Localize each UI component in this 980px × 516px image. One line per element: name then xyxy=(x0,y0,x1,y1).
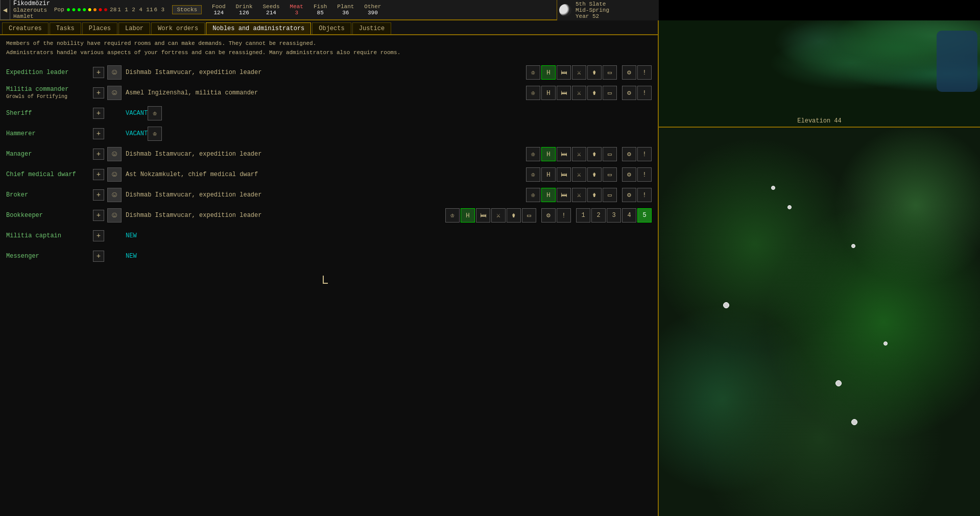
info-icon-btn-6[interactable]: ! xyxy=(637,167,652,182)
office-icon-btn-5[interactable]: ▭ xyxy=(603,147,617,161)
status-hammerer: VACANT xyxy=(126,130,148,137)
skill-icon-btn-8[interactable]: ⚙ xyxy=(541,208,556,223)
office-icon-btn-6[interactable]: ▭ xyxy=(603,167,617,182)
skill-icon-btn-2[interactable]: ⚙ xyxy=(622,86,636,100)
add-chief-medical-dwarf-button[interactable]: + xyxy=(93,169,104,180)
noble-row-militia-commander: Militia commander Growls of Fortifying +… xyxy=(6,84,652,102)
add-manager-button[interactable]: + xyxy=(93,149,104,160)
status-messenger: NEW xyxy=(126,253,137,260)
noble-row-bookkeeper: Bookkeeper + ☺ Dishmab Istamvucar, exped… xyxy=(6,206,652,225)
tab-tasks[interactable]: Tasks xyxy=(50,22,81,34)
crown-icon-btn-2[interactable]: ♔ xyxy=(526,86,540,100)
chest-icon-btn-2[interactable]: ⚱ xyxy=(587,86,602,100)
noble-title-expedition-leader: Expedition leader xyxy=(6,69,93,76)
crown-icon-btn-5[interactable]: ♔ xyxy=(526,147,540,161)
accuracy-4-btn[interactable]: 4 xyxy=(622,208,636,223)
bed-icon-btn-2[interactable]: 🛏 xyxy=(557,86,571,100)
chest-icon-btn-5[interactable]: ⚱ xyxy=(587,147,602,161)
pop-dot-3: ● xyxy=(77,6,81,14)
chest-icon-btn-1[interactable]: ⚱ xyxy=(587,65,602,80)
skill-icon-btn-1[interactable]: ⚙ xyxy=(622,65,636,80)
schedule-icon-btn-5[interactable]: H xyxy=(541,147,556,161)
dining-icon-btn-8[interactable]: ⚔ xyxy=(491,208,506,223)
crown-icon-btn-3[interactable]: ♔ xyxy=(148,106,162,120)
plant-label: Plant xyxy=(337,4,354,10)
crown-icon-btn-7[interactable]: ♔ xyxy=(526,188,540,202)
bed-icon-btn-5[interactable]: 🛏 xyxy=(557,147,571,161)
add-expedition-leader-button[interactable]: + xyxy=(93,67,104,78)
tab-work-orders[interactable]: Work orders xyxy=(151,22,205,34)
tab-places[interactable]: Places xyxy=(82,22,117,34)
meat-label: Meat xyxy=(290,4,303,10)
crown-icon-btn-1[interactable]: ♔ xyxy=(526,65,540,80)
resources-section: Food 124 Drink 126 Seeds 214 Meat 3 Fish… xyxy=(212,4,381,16)
tab-labor[interactable]: Labor xyxy=(118,22,150,34)
info-icon-btn-1[interactable]: ! xyxy=(637,65,652,80)
schedule-icon-btn-8[interactable]: H xyxy=(461,208,475,223)
dining-icon-btn-7[interactable]: ⚔ xyxy=(572,188,586,202)
location-name: Hamlet xyxy=(13,13,50,19)
plant-value: 36 xyxy=(342,10,349,16)
pop-dot-7: ● xyxy=(98,6,102,14)
chest-icon-btn-7[interactable]: ⚱ xyxy=(587,188,602,202)
map-entity-1 xyxy=(771,186,775,190)
skill-icon-btn-7[interactable]: ⚙ xyxy=(622,188,636,202)
chest-icon-btn-6[interactable]: ⚱ xyxy=(587,167,602,182)
schedule-icon-btn-6[interactable]: H xyxy=(541,167,556,182)
schedule-icon-btn-1[interactable]: H xyxy=(541,65,556,80)
office-icon-btn-1[interactable]: ▭ xyxy=(603,65,617,80)
bed-icon-btn-7[interactable]: 🛏 xyxy=(557,188,571,202)
noble-row-broker: Broker + ☺ Dishmab Istamvucar, expeditio… xyxy=(6,186,652,204)
crown-icon-btn-6[interactable]: ♔ xyxy=(526,167,540,182)
dining-icon-btn-2[interactable]: ⚔ xyxy=(572,86,586,100)
meat-resource: Meat 3 xyxy=(290,4,303,16)
add-sheriff-button[interactable]: + xyxy=(93,108,104,119)
map-entity-6 xyxy=(851,244,855,248)
dining-icon-btn-6[interactable]: ⚔ xyxy=(572,167,586,182)
bed-icon-btn-1[interactable]: 🛏 xyxy=(557,65,571,80)
add-messenger-button[interactable]: + xyxy=(93,251,104,262)
tab-justice[interactable]: Justice xyxy=(352,22,391,34)
pop-dot-5: ● xyxy=(87,6,91,14)
map-entity-3 xyxy=(723,302,729,308)
chest-icon-btn-8[interactable]: ⚱ xyxy=(507,208,521,223)
bed-icon-btn-8[interactable]: 🛏 xyxy=(476,208,490,223)
skill-icon-btn-6[interactable]: ⚙ xyxy=(622,167,636,182)
schedule-icon-btn-7[interactable]: H xyxy=(541,188,556,202)
skill-icon-btn-5[interactable]: ⚙ xyxy=(622,147,636,161)
accuracy-2-btn[interactable]: 2 xyxy=(591,208,606,223)
crown-icon-btn-4[interactable]: ♔ xyxy=(148,127,162,141)
schedule-icon-btn-2[interactable]: H xyxy=(541,86,556,100)
tab-objects[interactable]: Objects xyxy=(312,22,351,34)
add-militia-captain-button[interactable]: + xyxy=(93,230,104,241)
noble-row-militia-captain: Militia captain + NEW xyxy=(6,227,652,245)
scroll-left-arrow[interactable]: ◀ xyxy=(0,0,10,20)
add-bookkeeper-button[interactable]: + xyxy=(93,210,104,221)
seeds-value: 214 xyxy=(266,10,276,16)
info-icon-btn-5[interactable]: ! xyxy=(637,147,652,161)
add-hammerer-button[interactable]: + xyxy=(93,128,104,139)
tab-creatures[interactable]: Creatures xyxy=(2,22,49,34)
bed-icon-btn-6[interactable]: 🛏 xyxy=(557,167,571,182)
crown-icon-btn-8[interactable]: ♔ xyxy=(445,208,460,223)
info-icon-btn-8[interactable]: ! xyxy=(557,208,571,223)
tab-nobles[interactable]: Nobles and administrators xyxy=(206,22,311,34)
meat-value: 3 xyxy=(295,10,298,16)
seeds-label: Seeds xyxy=(263,4,280,10)
add-militia-commander-button[interactable]: + xyxy=(93,87,104,99)
accuracy-1-btn[interactable]: 1 xyxy=(576,208,590,223)
dining-icon-btn-1[interactable]: ⚔ xyxy=(572,65,586,80)
office-icon-btn-8[interactable]: ▭ xyxy=(522,208,536,223)
stocks-button[interactable]: Stocks xyxy=(172,5,202,14)
info-icon-btn-7[interactable]: ! xyxy=(637,188,652,202)
accuracy-3-btn[interactable]: 3 xyxy=(607,208,621,223)
left-panel: Creatures Tasks Places Labor Work orders… xyxy=(0,20,659,516)
info-icon-btn-2[interactable]: ! xyxy=(637,86,652,100)
office-icon-btn-2[interactable]: ▭ xyxy=(603,86,617,100)
office-icon-btn-7[interactable]: ▭ xyxy=(603,188,617,202)
name-chief-medical-dwarf: Ast Nokzamkulet, chief medical dwarf xyxy=(126,171,526,178)
add-broker-button[interactable]: + xyxy=(93,189,104,201)
accuracy-5-btn[interactable]: 5 xyxy=(637,208,652,223)
name-expedition-leader: Dishmab Istamvucar, expedition leader xyxy=(126,69,526,76)
dining-icon-btn-5[interactable]: ⚔ xyxy=(572,147,586,161)
